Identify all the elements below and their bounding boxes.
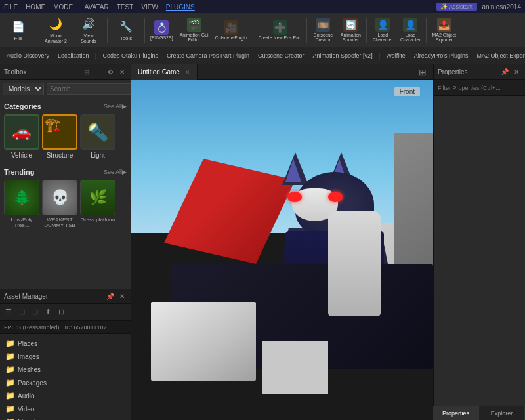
center-panel: Untitled Game ✕ ⊞ <box>131 64 433 420</box>
asset-info-bar: FPE:S (Ressambled) ID: 6570811187 <box>0 321 131 334</box>
left-panel: Toolbox ⊞ ☰ ⚙ ✕ Models ▼ Categories See … <box>0 64 131 420</box>
category-vehicle[interactable]: 🚗 Vehicle <box>4 114 39 159</box>
white-figure-right <box>328 211 381 316</box>
char-eye-left <box>287 192 302 202</box>
vehicle-thumbnail: 🚗 <box>4 114 39 150</box>
asset-grid-btn[interactable]: ⊞ <box>30 306 41 318</box>
toolbox-close-icon[interactable]: ✕ <box>117 68 127 77</box>
asset-menu-btn[interactable]: ☰ <box>3 306 14 318</box>
tab-properties[interactable]: Properties <box>433 406 479 421</box>
plugin-cutscene[interactable]: 🎥 CutscenePlugin <box>213 15 250 45</box>
plugin-rings[interactable]: 💍 [RINGS2S] <box>148 15 176 45</box>
plugin-alreadypro[interactable]: AlreadyPro's Plugins <box>410 49 472 63</box>
grass-label: Grass platform <box>80 217 116 222</box>
menu-test[interactable]: TEST <box>117 3 134 10</box>
plugin-wolflite[interactable]: Wolflite <box>383 49 410 63</box>
properties-title: Properties <box>438 68 468 75</box>
models-dropdown[interactable]: Models <box>3 83 44 95</box>
meshes-icon: 📁 <box>5 365 15 374</box>
plugin-codes-otaku[interactable]: Codes Otaku Plugins <box>98 49 162 63</box>
tree-meshes[interactable]: 📁 Meshes <box>0 363 131 376</box>
trending-grid: 🌲 Low-Poly Tree... 💀 WEAKEST DUMMY TSB 🌿… <box>4 180 127 228</box>
packages-icon: 📁 <box>5 378 15 387</box>
viewport[interactable]: Front <box>131 80 433 420</box>
asset-header: Asset Manager 📌 ✕ <box>0 289 131 304</box>
plugin-animation-spoofer[interactable]: 🔄 AnimationSpoofer <box>337 15 364 45</box>
viewport-tabs: Untitled Game ✕ ⊞ <box>131 64 433 80</box>
plugin-audio-discovery[interactable]: Audio Discovery <box>3 49 53 63</box>
menu-view[interactable]: VIEW <box>141 3 158 10</box>
trending-grass-platform[interactable]: 🌿 Grass platform <box>80 180 116 228</box>
plugin-anim-spoofer-bar[interactable]: Animation Spoofer [v2] <box>309 49 377 63</box>
toolbar-divider3 <box>144 18 145 43</box>
light-label: Light <box>91 152 105 159</box>
plugin-ma2-exporter-bar[interactable]: MA2 Object Exporter <box>473 49 525 63</box>
tree-images[interactable]: 📁 Images <box>0 350 131 363</box>
audio-icon: 📁 <box>5 391 15 400</box>
search-input[interactable] <box>47 83 136 94</box>
toolbox-list-icon[interactable]: ☰ <box>94 68 103 77</box>
asset-list-btn[interactable]: ⊟ <box>16 306 28 318</box>
menu-avatar[interactable]: AVATAR <box>85 3 109 10</box>
toolbar-divider7 <box>426 18 427 43</box>
project-name: FPE:S (Ressambled) <box>4 324 60 331</box>
trending-see-all[interactable]: See All▶ <box>104 169 127 175</box>
asset-close-icon[interactable]: ✕ <box>117 292 127 301</box>
white-block-center <box>262 341 328 394</box>
toolbox-title: Toolbox <box>4 68 26 75</box>
category-light[interactable]: 🔦 Light <box>80 114 116 159</box>
viewport-tab-close[interactable]: ✕ <box>185 69 190 75</box>
tool-tools[interactable]: 🔧 Tools <box>110 15 142 45</box>
char-eyes <box>287 192 343 205</box>
tree-models[interactable]: 📁 Models <box>0 415 131 420</box>
animation-gui-icon: 🎬 <box>187 18 201 32</box>
menu-home[interactable]: HOME <box>26 3 45 10</box>
toolbox-header-icons: ⊞ ☰ ⚙ ✕ <box>82 68 127 77</box>
tool-file[interactable]: 📄 File <box>3 15 34 45</box>
scene-container <box>131 80 433 420</box>
audio-label: Audio <box>18 392 35 400</box>
toolbox-grid-icon[interactable]: ⊞ <box>82 68 91 77</box>
plugin-localization[interactable]: Localization <box>54 49 93 63</box>
plugin-create-camera[interactable]: Create Camera Pos Part Plugin <box>163 49 253 63</box>
char-eye-right <box>328 192 343 202</box>
categories-see-all[interactable]: See All▶ <box>104 103 127 110</box>
assistant-btn[interactable]: ✨ Assistant <box>436 3 477 10</box>
plugin-animation-gui[interactable]: 🎬 Animation GuiEditor <box>177 15 211 45</box>
tool-view-sounds[interactable]: 🔊 ViewSounds <box>73 15 104 45</box>
toolbar-divider5 <box>306 18 307 43</box>
asset-grid2-btn[interactable]: ⊟ <box>56 306 67 318</box>
menu-file[interactable]: FILE <box>4 3 18 10</box>
plugin-load-char2[interactable]: 👤 LoadCharacter <box>397 15 423 45</box>
trending-low-poly-tree[interactable]: 🌲 Low-Poly Tree... <box>4 180 39 228</box>
categories-grid: 🚗 Vehicle 🏗️ Structure <box>4 114 127 159</box>
asset-pin-icon[interactable]: 📌 <box>106 292 115 301</box>
tool-moon-animator[interactable]: 🌙 MoonAnimator 2 <box>40 15 72 45</box>
project-id: ID: 6570811187 <box>65 324 107 331</box>
trending-weakest-dummy[interactable]: 💀 WEAKEST DUMMY TSB <box>42 180 77 228</box>
toolbar-divider <box>37 18 37 43</box>
plugin-load-char[interactable]: 👤 LoadCharacter <box>369 15 396 45</box>
props-close-icon[interactable]: ✕ <box>512 68 521 77</box>
toolbox-settings-icon[interactable]: ⚙ <box>106 68 115 77</box>
tab-explorer[interactable]: Explorer <box>479 406 525 421</box>
plugin-cutscene-creator[interactable]: 🎞️ CutsceneCreator <box>310 15 336 45</box>
viewport-expand-icon[interactable]: ⊞ <box>416 67 429 77</box>
plugin-ma2-exporter[interactable]: 📤 MA2 ObjectExporter <box>429 15 459 45</box>
tree-places[interactable]: 📁 Places <box>0 337 131 350</box>
category-structure[interactable]: 🏗️ Structure <box>42 114 77 159</box>
menu-plugins[interactable]: PLUGINS <box>166 3 195 10</box>
props-pin-icon[interactable]: 📌 <box>500 68 509 77</box>
tree-packages[interactable]: 📁 Packages <box>0 376 131 389</box>
menu-model[interactable]: MODEL <box>53 3 77 10</box>
ma2-icon: 📤 <box>437 18 452 32</box>
load-char-icon: 👤 <box>375 18 390 32</box>
asset-panel: Asset Manager 📌 ✕ ☰ ⊟ ⊞ ⬆ ⊟ FPE:S (Ressa… <box>0 289 131 420</box>
tree-audio[interactable]: 📁 Audio <box>0 389 131 402</box>
asset-upload-btn[interactable]: ⬆ <box>43 306 54 318</box>
plugin-cutscene-creator-bar[interactable]: Cutscene Creator <box>254 49 308 63</box>
tree-video[interactable]: 📁 Video <box>0 402 131 415</box>
plugin-create-pos[interactable]: ➕ Create New Pos Part <box>256 15 304 45</box>
toolbar-divider6 <box>366 18 367 43</box>
viewport-tab-untitled[interactable]: Untitled Game ✕ <box>131 64 198 80</box>
